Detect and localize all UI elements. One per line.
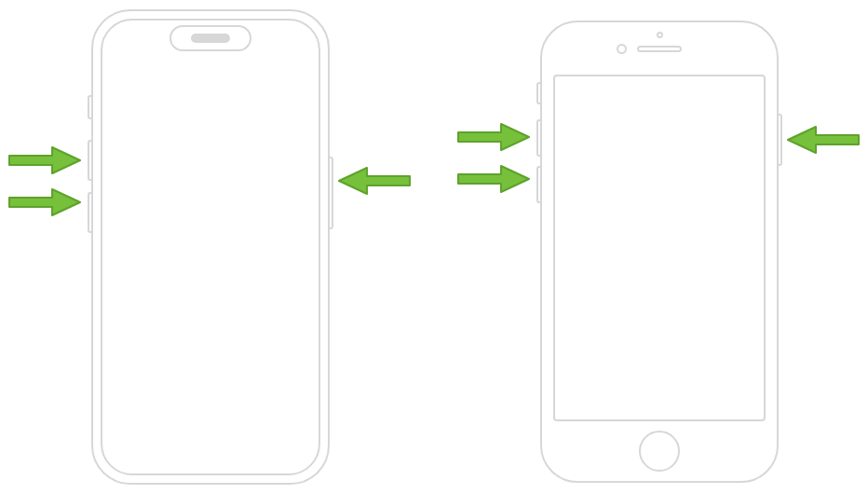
diagram-stage <box>0 0 868 494</box>
arrow-right-icon <box>7 186 82 218</box>
dynamic-island-sensor <box>191 34 230 43</box>
phone-screen <box>101 19 320 475</box>
device-iphone-home-button <box>540 21 779 483</box>
arrow-left-icon <box>337 165 412 197</box>
earpiece-speaker <box>637 46 682 52</box>
phone-screen <box>553 75 766 421</box>
arrow-right-icon <box>456 121 531 153</box>
device-iphone-notch <box>91 9 330 485</box>
arrow-right-icon <box>456 163 531 195</box>
home-button <box>639 431 680 472</box>
arrow-left-icon <box>786 124 861 156</box>
front-camera <box>617 44 627 54</box>
arrow-right-icon <box>7 144 82 176</box>
proximity-sensor <box>657 32 663 38</box>
